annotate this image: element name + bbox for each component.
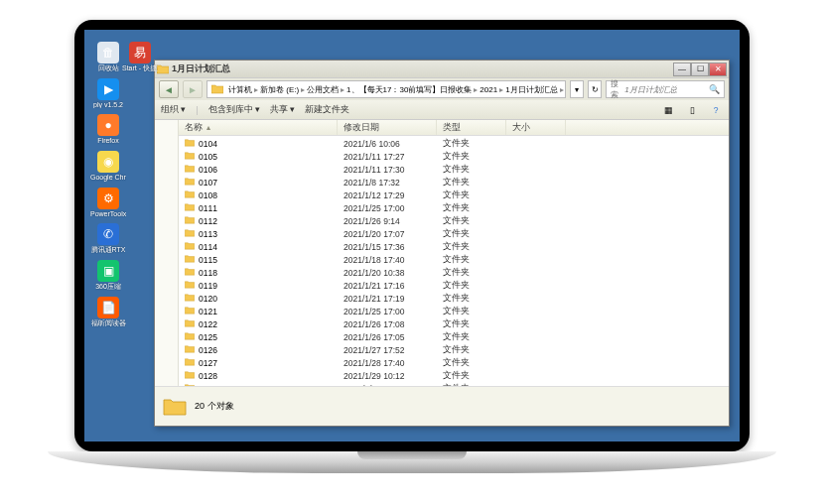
cell-name: 0118: [179, 268, 338, 278]
search-input[interactable]: [624, 85, 709, 94]
toolbar-share[interactable]: 共享 ▾: [270, 104, 295, 116]
file-name-text: 0112: [199, 216, 217, 226]
column-headers: 名称▴ 修改日期 类型 大小: [179, 120, 729, 136]
folder-icon: [185, 358, 195, 368]
table-row[interactable]: 01202021/1/21 17:19文件夹: [179, 292, 729, 305]
table-row[interactable]: 01122021/1/26 9:14文件夹: [179, 214, 729, 227]
cell-name: 0106: [179, 165, 338, 175]
folder-icon: [185, 152, 195, 162]
folder-icon: [185, 139, 195, 149]
file-rows: 01042021/1/6 10:06文件夹01052021/1/11 17:27…: [179, 136, 729, 386]
header-name[interactable]: 名称▴: [179, 120, 338, 135]
cell-name: 0121: [179, 307, 338, 316]
table-row[interactable]: 01042021/1/6 10:06文件夹: [179, 137, 729, 150]
folder-icon: [185, 281, 195, 291]
desktop-icon[interactable]: 📄福昕阅读器: [92, 297, 124, 327]
desktop-icon[interactable]: ✆腾讯通RTX: [92, 223, 124, 254]
chevron-right-icon: ▸: [499, 85, 503, 94]
table-row[interactable]: 01132021/1/20 17:07文件夹: [179, 227, 729, 240]
cell-date: 2021/1/11 17:27: [338, 152, 437, 162]
cell-date: 2021/1/12 17:29: [338, 190, 437, 200]
cell-type: 文件夹: [437, 177, 506, 189]
cell-date: 2021/1/26 17:05: [338, 332, 437, 342]
nav-back-button[interactable]: ◄: [159, 80, 179, 98]
breadcrumb-item[interactable]: 计算机: [228, 84, 252, 95]
breadcrumb-dropdown[interactable]: ▾: [570, 80, 584, 98]
desktop-icon[interactable]: ▶ply v1.5.2: [92, 78, 124, 109]
table-row[interactable]: 01052021/1/11 17:27文件夹: [179, 150, 729, 163]
maximize-button[interactable]: ☐: [691, 63, 709, 76]
table-row[interactable]: 01272021/1/28 17:40文件夹: [179, 356, 729, 369]
file-name-text: 0107: [199, 178, 217, 188]
nav-forward-button[interactable]: ►: [183, 80, 203, 98]
cell-date: 2021/1/27 17:52: [338, 345, 437, 355]
folder-icon: [163, 397, 187, 417]
table-row[interactable]: 01262021/1/27 17:52文件夹: [179, 343, 729, 356]
file-name-text: 0114: [199, 242, 217, 252]
breadcrumb-item[interactable]: 新加卷 (E:): [260, 84, 299, 95]
breadcrumb-item[interactable]: 1月日计划汇总: [505, 84, 557, 95]
table-row[interactable]: 01112021/1/25 17:00文件夹: [179, 201, 729, 214]
table-row[interactable]: 01152021/1/18 17:40文件夹: [179, 253, 729, 266]
table-row[interactable]: 01222021/1/26 17:08文件夹: [179, 317, 729, 330]
file-list: 名称▴ 修改日期 类型 大小 01042021/1/6 10:06文件夹0105…: [179, 120, 729, 386]
table-row[interactable]: 01082021/1/12 17:29文件夹: [179, 189, 729, 201]
cell-name: 0119: [179, 281, 338, 291]
folder-icon: [185, 242, 195, 252]
table-row[interactable]: 01252021/1/26 17:05文件夹: [179, 330, 729, 343]
help-icon[interactable]: ?: [709, 103, 723, 117]
chevron-right-icon: ▸: [560, 85, 564, 94]
cell-type: 文件夹: [437, 241, 506, 253]
desktop-icon[interactable]: 🗑回收站: [92, 42, 124, 72]
desktop-icon[interactable]: ●Firefox: [92, 114, 124, 145]
cell-date: 2021/1/15 17:36: [338, 242, 437, 252]
header-type[interactable]: 类型: [437, 120, 506, 135]
desktop-icon[interactable]: ⚙PowerToolx: [92, 188, 124, 218]
cell-name: 0112: [179, 216, 338, 226]
view-options-icon[interactable]: ▦: [661, 103, 675, 117]
breadcrumb[interactable]: 计算机▸新加卷 (E:)▸公用文档▸1、【每天17：30前填写】日报收集▸202…: [206, 80, 566, 98]
breadcrumb-item[interactable]: 2021: [480, 85, 497, 94]
file-name-text: 0108: [199, 190, 217, 200]
file-name-text: 0119: [199, 281, 217, 291]
file-name-text: 0120: [199, 294, 217, 304]
breadcrumb-item[interactable]: 1、【每天17：30前填写】日报收集: [346, 84, 472, 95]
titlebar[interactable]: 1月日计划汇总 — ☐ ✕: [155, 61, 729, 78]
table-row[interactable]: 01192021/1/21 17:16文件夹: [179, 279, 729, 292]
toolbar-organize[interactable]: 组织 ▾: [161, 104, 186, 116]
folder-icon: [185, 203, 195, 213]
desktop-icon[interactable]: 易Start - 快捷方式: [124, 42, 156, 72]
desktop-icon[interactable]: ◉Google Chrome: [92, 151, 124, 182]
table-row[interactable]: 01282021/1/29 10:12文件夹: [179, 369, 729, 382]
refresh-button[interactable]: ↻: [588, 80, 602, 98]
minimize-button[interactable]: —: [673, 63, 691, 76]
search-box[interactable]: 搜索 🔍: [606, 80, 725, 98]
header-date[interactable]: 修改日期: [338, 120, 437, 135]
close-button[interactable]: ✕: [709, 63, 727, 76]
breadcrumb-item[interactable]: 公用文档: [307, 84, 339, 95]
cell-type: 文件夹: [437, 138, 506, 150]
desktop-icon[interactable]: ▣360压缩: [92, 260, 124, 291]
folder-icon: [185, 268, 195, 278]
cell-date: 2021/1/26 9:14: [338, 216, 437, 226]
file-name-text: 0115: [199, 255, 217, 265]
table-row[interactable]: 01212021/1/25 17:00文件夹: [179, 305, 729, 317]
table-row[interactable]: 01142021/1/15 17:36文件夹: [179, 240, 729, 253]
toolbar-include[interactable]: 包含到库中 ▾: [208, 104, 260, 116]
table-row[interactable]: 01072021/1/8 17:32文件夹: [179, 176, 729, 189]
cell-type: 文件夹: [437, 293, 506, 305]
table-row[interactable]: 01062021/1/11 17:30文件夹: [179, 163, 729, 176]
preview-pane-icon[interactable]: ▯: [685, 103, 699, 117]
folder-icon: [185, 255, 195, 265]
header-size[interactable]: 大小: [506, 120, 566, 135]
cell-date: 2021/1/25 17:00: [338, 203, 437, 213]
cell-type: 文件夹: [437, 370, 506, 382]
cell-date: 2021/1/20 17:07: [338, 229, 437, 239]
explorer-window: 1月日计划汇总 — ☐ ✕ ◄ ► 计算机▸新加卷 (E:)▸公用文档▸1、【每…: [154, 60, 730, 427]
chevron-right-icon: ▸: [341, 85, 344, 94]
file-name-text: 0118: [199, 268, 217, 278]
toolbar-new-folder[interactable]: 新建文件夹: [305, 104, 349, 116]
table-row[interactable]: 01182021/1/20 10:38文件夹: [179, 266, 729, 279]
cell-name: 0111: [179, 203, 338, 213]
nav-pane-collapsed[interactable]: [155, 120, 179, 386]
